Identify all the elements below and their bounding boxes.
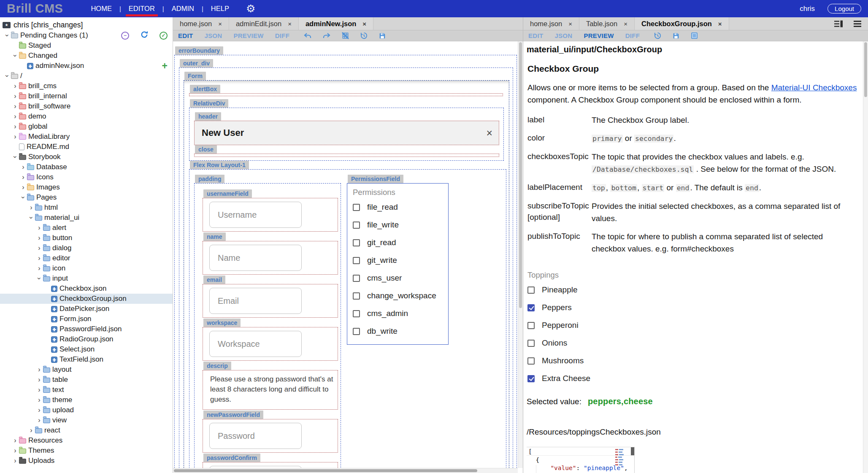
- close-tab-icon[interactable]: ×: [568, 20, 572, 27]
- add-file-icon[interactable]: +: [162, 61, 168, 71]
- tree-item-images[interactable]: ›Images: [0, 182, 173, 192]
- form-icon[interactable]: [690, 32, 698, 40]
- permission-cms-admin[interactable]: cms_admin: [353, 305, 448, 322]
- checkbox-unchecked[interactable]: [353, 310, 360, 317]
- tree-item-editor[interactable]: ›editor: [0, 253, 173, 263]
- chevron-down-icon[interactable]: ›: [4, 32, 11, 39]
- tree-item-pending-changes-1[interactable]: ›Pending Changes (1)−✓: [0, 30, 173, 41]
- tree-item-database[interactable]: ›Database: [0, 162, 173, 172]
- tab-home-json[interactable]: home.json×: [173, 17, 229, 30]
- chevron-right-icon[interactable]: ›: [19, 174, 27, 181]
- wf-box-header[interactable]: New User ×: [194, 121, 499, 145]
- close-tab-icon[interactable]: ×: [718, 20, 722, 27]
- tree-item-react[interactable]: ›react: [0, 425, 173, 435]
- editor-vertical-scrollbar[interactable]: [518, 41, 523, 468]
- save-icon[interactable]: [379, 32, 386, 40]
- mode-preview[interactable]: PREVIEW: [584, 32, 614, 39]
- tree-item-readme-md[interactable]: README.md: [0, 142, 173, 152]
- wf-box-workspace[interactable]: Workspace: [203, 327, 338, 361]
- chevron-down-icon[interactable]: ›: [36, 275, 43, 282]
- checkbox-unchecked[interactable]: [353, 292, 360, 300]
- chevron-right-icon[interactable]: ›: [35, 407, 43, 414]
- wf-box-padding[interactable]: usernameFieldUsernamenameNameemailEmailw…: [194, 183, 341, 468]
- mode-edit[interactable]: EDIT: [178, 32, 193, 39]
- chevron-right-icon[interactable]: ›: [27, 427, 35, 434]
- chevron-right-icon[interactable]: ›: [11, 113, 19, 120]
- chevron-down-icon[interactable]: ›: [12, 52, 19, 59]
- wf-chip-workspace[interactable]: workspace: [203, 319, 241, 327]
- topping-pineapple[interactable]: Pineapple: [527, 281, 857, 299]
- wf-box-form[interactable]: alertBox RelativeDiv header New User ×: [184, 80, 509, 468]
- tree-item-storybook[interactable]: ›Storybook: [0, 152, 173, 162]
- wf-field-email[interactable]: emailEmail: [203, 276, 341, 318]
- tree-item-dialog[interactable]: ›dialog: [0, 243, 173, 253]
- checkbox-unchecked[interactable]: [353, 204, 360, 211]
- wf-field-passwordconfirm[interactable]: passwordConfirmRepeat Password: [203, 454, 341, 468]
- close-tab-icon[interactable]: ×: [624, 20, 627, 27]
- permission-git-read[interactable]: git_read: [353, 234, 448, 251]
- tree-item-material-ui[interactable]: ›material_ui: [0, 213, 173, 223]
- chevron-right-icon[interactable]: ›: [11, 103, 19, 110]
- tree-item-radiogroup-json[interactable]: RadioGroup.json: [0, 334, 173, 344]
- topping-mushrooms[interactable]: Mushrooms: [527, 352, 857, 370]
- refresh-icon[interactable]: [140, 30, 149, 41]
- discard-changes-icon[interactable]: −: [121, 32, 129, 40]
- wf-chip-form[interactable]: Form: [184, 72, 206, 80]
- name-input[interactable]: Name: [209, 245, 302, 271]
- permission-cms-user[interactable]: cms_user: [353, 269, 448, 287]
- save-icon[interactable]: [672, 32, 680, 40]
- material-ui-checkboxes-link[interactable]: Material-UI Checkboxes: [771, 83, 857, 92]
- permission-file-read[interactable]: file_read: [353, 198, 448, 216]
- tree-item-form-json[interactable]: Form.json: [0, 314, 173, 324]
- wf-chip-flex-row[interactable]: Flex Row Layout-1: [190, 161, 249, 169]
- wf-chip-alert-box[interactable]: alertBox: [190, 85, 220, 93]
- tab-adminnew-json[interactable]: adminNew.json×: [299, 17, 373, 30]
- tree-item-icons[interactable]: ›Icons: [0, 172, 173, 182]
- tab-table-json[interactable]: Table.json×: [579, 17, 635, 30]
- chevron-right-icon[interactable]: ›: [11, 83, 19, 89]
- tree-item-brill-software[interactable]: ›brill_software: [0, 101, 173, 111]
- nav-home[interactable]: HOME: [88, 0, 115, 17]
- tree-item-upload[interactable]: ›upload: [0, 405, 173, 415]
- tree-item-button[interactable]: ›button: [0, 233, 173, 243]
- wf-box-permissions-field[interactable]: Permissions file_readfile_writegit_readg…: [347, 183, 449, 345]
- menu-icon[interactable]: [853, 20, 862, 28]
- wf-chip-permissions-field[interactable]: PermissionsField: [348, 175, 403, 183]
- email-input[interactable]: Email: [209, 288, 302, 314]
- usernamefield-input[interactable]: Username: [209, 202, 302, 228]
- tree-item-text[interactable]: ›text: [0, 385, 173, 395]
- tree-item-passwordfield-json[interactable]: PasswordField.json: [0, 324, 173, 334]
- wf-box-close[interactable]: [194, 154, 499, 157]
- tree-item-checkboxgroup-json[interactable]: CheckboxGroup.json: [0, 294, 173, 304]
- chevron-right-icon[interactable]: ›: [35, 376, 43, 383]
- topping-onions[interactable]: Onions: [527, 334, 857, 352]
- checkbox-unchecked[interactable]: [353, 257, 360, 264]
- wf-field-newpasswordfield[interactable]: newPasswordFieldPassword: [203, 411, 341, 453]
- logout-button[interactable]: Logout: [827, 4, 861, 14]
- chevron-down-icon[interactable]: ›: [4, 72, 11, 80]
- wf-box-relative-div[interactable]: header New User × close: [189, 108, 504, 161]
- tree-item-medialibrary[interactable]: ›MediaLibrary: [0, 132, 173, 142]
- tree-item-view[interactable]: ›view: [0, 415, 173, 425]
- chevron-right-icon[interactable]: ›: [35, 235, 43, 241]
- wf-box-descrip[interactable]: Please use a strong password that's at l…: [203, 370, 338, 410]
- nav-help[interactable]: HELP: [208, 0, 232, 17]
- tree-item-resources[interactable]: ›Resources: [0, 435, 173, 446]
- tree-item-changed[interactable]: ›Changed: [0, 51, 173, 61]
- tree-item-themes[interactable]: ›Themes: [0, 446, 173, 456]
- checkbox-unchecked[interactable]: [527, 357, 535, 365]
- checkbox-unchecked[interactable]: [353, 222, 360, 229]
- wf-field-name[interactable]: nameName: [203, 232, 341, 275]
- wf-chip-email[interactable]: email: [203, 276, 225, 284]
- mode-diff[interactable]: DIFF: [275, 32, 290, 39]
- history-icon[interactable]: [654, 32, 662, 40]
- mode-edit[interactable]: EDIT: [528, 32, 543, 39]
- tree-item-layout[interactable]: ›layout: [0, 365, 173, 375]
- code-scrollbar-handle[interactable]: [631, 447, 634, 455]
- tree-item-icon[interactable]: ›icon: [0, 263, 173, 273]
- permission-db-write[interactable]: db_write: [353, 322, 448, 340]
- grid-off-icon[interactable]: [341, 32, 349, 40]
- wf-box-error-boundary[interactable]: outer_div Form alertBox RelativeDiv head…: [174, 55, 517, 468]
- checkbox-unchecked[interactable]: [527, 287, 535, 294]
- wf-chip-descrip[interactable]: descrip: [203, 362, 231, 370]
